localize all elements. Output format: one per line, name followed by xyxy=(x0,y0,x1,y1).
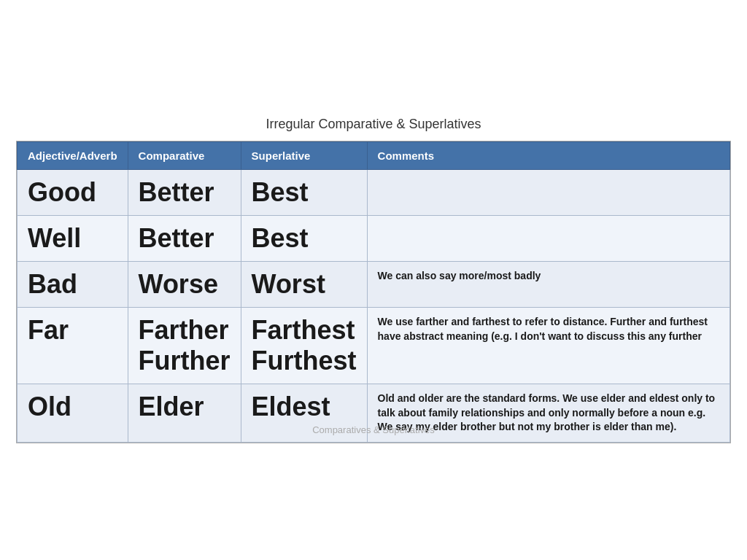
comparative-text: Better xyxy=(139,177,214,207)
adjective-text: Old xyxy=(28,392,71,421)
header-superlative: Superlative xyxy=(241,142,367,170)
cell-comment: Old and older are the standard forms. We… xyxy=(367,384,729,443)
comparative-text: Better xyxy=(139,223,214,253)
header-comparative: Comparative xyxy=(128,142,241,170)
superlative-text: FarthestFurthest xyxy=(252,315,357,376)
table-wrapper: Adjective/Adverb Comparative Superlative… xyxy=(16,141,731,443)
adjective-text: Bad xyxy=(28,269,77,299)
cell-adjective: Old xyxy=(18,384,128,443)
table-row: BadWorseWorstWe can also say more/most b… xyxy=(18,262,730,308)
cell-superlative: Best xyxy=(241,216,367,262)
table-row: GoodBetterBest xyxy=(18,170,730,216)
cell-comparative: Better xyxy=(128,170,241,216)
superlative-text: Eldest xyxy=(252,392,330,421)
cell-adjective: Bad xyxy=(18,262,128,308)
superlative-text: Best xyxy=(252,177,309,207)
table-row: WellBetterBest xyxy=(18,216,730,262)
superlative-text: Best xyxy=(252,223,309,253)
adjective-text: Well xyxy=(28,223,81,253)
cell-comment: We use farther and farthest to refer to … xyxy=(367,308,729,384)
cell-superlative: Best xyxy=(241,170,367,216)
comparative-text: Elder xyxy=(139,392,204,421)
header-comments: Comments xyxy=(367,142,729,170)
superlative-text: Worst xyxy=(252,269,325,299)
comparative-text: FartherFurther xyxy=(139,315,231,376)
comment-text: We can also say more/most badly xyxy=(378,270,541,281)
header-row: Adjective/Adverb Comparative Superlative… xyxy=(18,142,730,170)
cell-comment xyxy=(367,216,729,262)
cell-adjective: Good xyxy=(18,170,128,216)
cell-adjective: Far xyxy=(18,308,128,384)
table-row: OldElderEldestOld and older are the stan… xyxy=(18,384,730,443)
cell-comparative: FartherFurther xyxy=(128,308,241,384)
cell-comparative: Better xyxy=(128,216,241,262)
main-table: Adjective/Adverb Comparative Superlative… xyxy=(17,141,730,443)
cell-superlative: Eldest xyxy=(241,384,367,443)
cell-superlative: FarthestFurthest xyxy=(241,308,367,384)
adjective-text: Good xyxy=(28,177,96,207)
page-title: Irregular Comparative & Superlatives xyxy=(266,117,481,132)
table-row: FarFartherFurtherFarthestFurthestWe use … xyxy=(18,308,730,384)
cell-comment: We can also say more/most badly xyxy=(367,262,729,308)
cell-adjective: Well xyxy=(18,216,128,262)
cell-comparative: Worse xyxy=(128,262,241,308)
adjective-text: Far xyxy=(28,315,69,345)
cell-comparative: Elder xyxy=(128,384,241,443)
comparative-text: Worse xyxy=(139,269,218,299)
comment-text: We use farther and farthest to refer to … xyxy=(378,316,708,342)
header-adjective: Adjective/Adverb xyxy=(18,142,128,170)
cell-superlative: Worst xyxy=(241,262,367,308)
cell-comment xyxy=(367,170,729,216)
comment-text: Old and older are the standard forms. We… xyxy=(378,392,716,432)
